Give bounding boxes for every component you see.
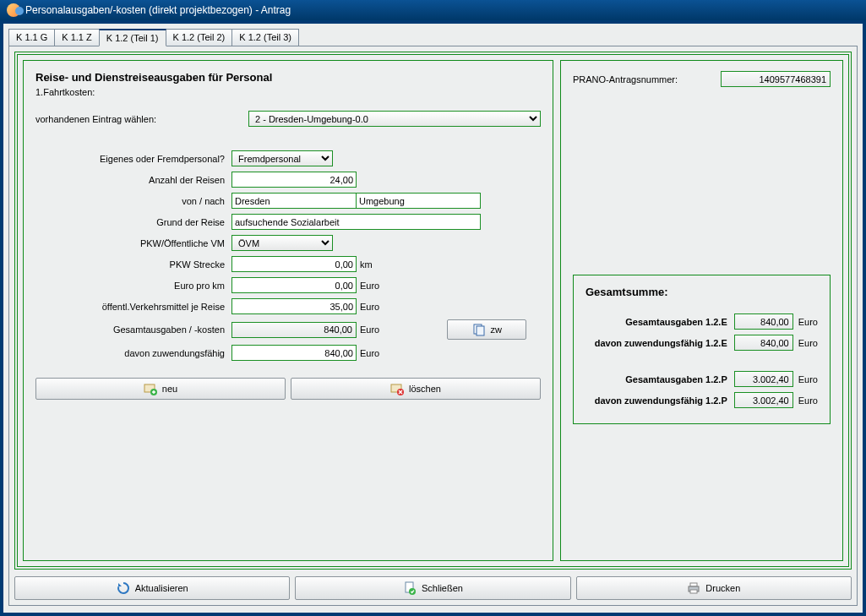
schliessen-button[interactable]: Schließen [295, 576, 570, 600]
davon-input[interactable] [231, 345, 357, 361]
sum-value-12e: 840,00 [734, 313, 793, 330]
loeschen-button[interactable]: löschen [291, 378, 541, 400]
sum-unit-12e-zw: Euro [793, 338, 818, 348]
content-area: K 1.1 G K 1.1 Z K 1.2 (Teil 1) K 1.2 (Te… [3, 24, 863, 613]
pkwvm-label: PKW/Öffentliche VM [35, 238, 231, 248]
svg-rect-8 [690, 583, 697, 586]
app-window: Personalausgaben/-kosten (direkt projekt… [0, 0, 866, 616]
nach-input[interactable] [356, 193, 481, 209]
sum-label-12p: Gesamtausgaben 1.2.P [586, 374, 734, 384]
oeff-input[interactable] [231, 298, 357, 314]
davon-unit: Euro [357, 348, 379, 358]
tab-k11z[interactable]: K 1.1 Z [54, 29, 99, 46]
anzahl-label: Anzahl der Reisen [35, 175, 231, 185]
tab-k12-teil1[interactable]: K 1.2 (Teil 1) [99, 29, 166, 46]
personal-label: Eigenes oder Fremdpersonal? [35, 154, 231, 164]
totals-box: Gesamtsumme: Gesamtausgaben 1.2.E 840,00… [573, 275, 831, 424]
drucken-button[interactable]: Drucken [576, 576, 852, 600]
sum-value-12e-zw: 840,00 [734, 335, 793, 351]
print-icon [687, 581, 700, 595]
inner-area: Reise- und Dienstreiseausgaben für Perso… [17, 54, 849, 567]
sum-value-12p: 3.002,40 [734, 371, 793, 387]
app-icon [7, 3, 20, 17]
window-title: Personalausgaben/-kosten (direkt projekt… [25, 4, 291, 16]
oeff-unit: Euro [357, 302, 379, 312]
vonnach-label: von / nach [35, 196, 231, 206]
tab-k12-teil3[interactable]: K 1.2 (Teil 3) [231, 29, 299, 46]
neu-button[interactable]: neu [35, 378, 286, 400]
personal-select[interactable]: Fremdpersonal [231, 150, 333, 166]
sum-value-12p-zw: 3.002,40 [734, 392, 793, 408]
eurokm-label: Euro pro km [35, 281, 231, 291]
sum-unit-12e: Euro [793, 317, 818, 327]
anzahl-input[interactable] [231, 172, 357, 188]
sum-unit-12p-zw: Euro [793, 395, 818, 406]
prano-label: PRANO-Antragsnummer: [573, 74, 721, 84]
grund-label: Grund der Reise [35, 217, 231, 227]
summary-panel: PRANO-Antragsnummer: 1409577468391 Gesam… [560, 60, 843, 561]
oeff-label: öffentl.Verkehrsmittel je Reise [35, 302, 231, 312]
sum-label-12e: Gesamtausgaben 1.2.E [586, 317, 734, 327]
footer-buttons: Aktualisieren Schließen Drucken [14, 576, 852, 600]
refresh-icon [117, 581, 130, 595]
delete-icon [390, 382, 404, 395]
sum-label-12p-zw: davon zuwendungsfähig 1.2.P [586, 395, 734, 406]
eurokm-unit: Euro [357, 281, 379, 291]
strecke-label: PKW Strecke [35, 259, 231, 270]
eurokm-input[interactable] [231, 277, 357, 293]
gesamt-unit: Euro [357, 324, 379, 335]
gesamt-label: Gesamtausgaben / -kosten [35, 324, 231, 335]
von-input[interactable] [231, 193, 357, 209]
grund-input[interactable] [231, 214, 481, 230]
entry-select-label: vorhandenen Eintrag wählen: [35, 114, 248, 124]
strecke-unit: km [357, 259, 373, 270]
section-heading: Reise- und Dienstreiseausgaben für Perso… [35, 71, 541, 84]
copy-icon [472, 323, 486, 336]
svg-rect-10 [690, 590, 697, 593]
close-document-icon [403, 581, 417, 595]
title-bar: Personalausgaben/-kosten (direkt projekt… [0, 0, 866, 20]
tab-k11g[interactable]: K 1.1 G [8, 29, 55, 46]
gesamt-value: 840,00 [231, 322, 357, 338]
davon-label: davon zuwendungsfähig [35, 348, 231, 358]
add-icon [144, 382, 157, 395]
tab-k12-teil2[interactable]: K 1.2 (Teil 2) [166, 29, 233, 46]
totals-heading: Gesamtsumme: [586, 286, 818, 298]
sum-unit-12p: Euro [793, 374, 818, 384]
outer-border: Reise- und Dienstreiseausgaben für Perso… [14, 52, 852, 570]
pkwvm-select[interactable]: ÖVM [231, 235, 333, 251]
tab-pane: Reise- und Dienstreiseausgaben für Perso… [8, 46, 858, 606]
zw-button[interactable]: zw [447, 319, 526, 340]
travel-costs-panel: Reise- und Dienstreiseausgaben für Perso… [23, 60, 553, 561]
section-subhead: 1.Fahrtkosten: [35, 87, 541, 97]
sum-label-12e-zw: davon zuwendungsfähig 1.2.E [586, 338, 734, 348]
svg-rect-1 [477, 326, 484, 335]
prano-value: 1409577468391 [721, 71, 831, 87]
tab-strip: K 1.1 G K 1.1 Z K 1.2 (Teil 1) K 1.2 (Te… [8, 29, 858, 46]
entry-select[interactable]: 2 - Dresden-Umgebung-0.0 [248, 111, 541, 127]
strecke-input[interactable] [231, 256, 357, 272]
aktualisieren-button[interactable]: Aktualisieren [14, 576, 290, 600]
